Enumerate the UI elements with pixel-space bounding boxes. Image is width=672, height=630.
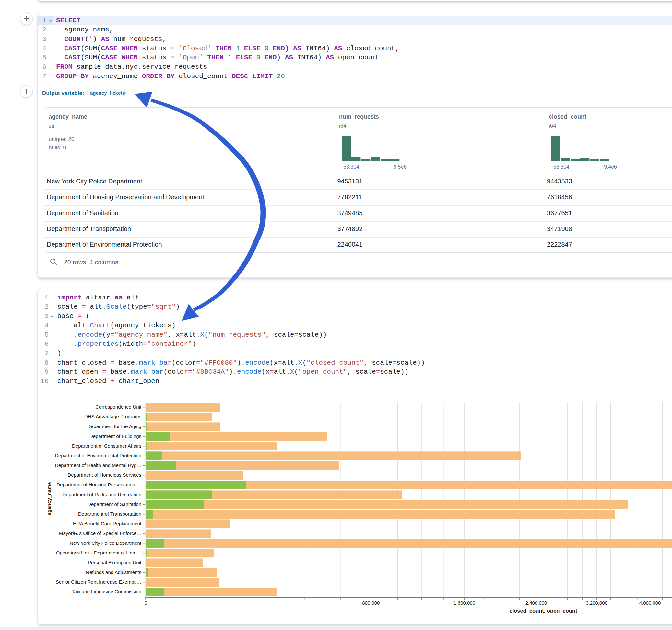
svg-text:2,400,000: 2,400,000 [526,600,547,606]
svg-text:HRA Benefit Card Replacement: HRA Benefit Card Replacement [73,521,142,526]
svg-text:1,600,000: 1,600,000 [454,600,475,606]
svg-text:DHS Advantage Programs: DHS Advantage Programs [84,414,141,419]
svg-text:Taxi and Limousine Commission: Taxi and Limousine Commission [72,589,141,595]
svg-text:Department of Homeless Service: Department of Homeless Services [67,472,141,478]
svg-text:Operations Unit - Department o: Operations Unit - Department of Hom… [56,550,141,555]
svg-text:3,200,000: 3,200,000 [586,600,607,606]
svg-text:Department of Environmental Pr: Department of Environmental Protection [55,453,141,458]
svg-text:Department of Health and Menta: Department of Health and Mental Hyg… [55,462,141,468]
svg-text:Department of Parks and Recrea: Department of Parks and Recreation [63,492,141,497]
svg-text:Personal Exemption Unit: Personal Exemption Unit [88,560,142,565]
svg-text:Department of Sanitation: Department of Sanitation [88,501,141,507]
svg-text:agency_name: agency_name [46,482,52,515]
svg-text:New York City Police Departmen: New York City Police Department [70,540,142,546]
svg-text:Department of Buildings: Department of Buildings [90,433,141,439]
svg-text:Senior Citizen Rent Increase E: Senior Citizen Rent Increase Exempti… [56,579,141,585]
svg-text:closed_count, open_count: closed_count, open_count [509,608,577,613]
svg-text:Department of Transportation: Department of Transportation [78,511,141,516]
svg-text:Refunds and Adjustments: Refunds and Adjustments [86,570,141,575]
svg-text:Department of Housing Preserva: Department of Housing Preservation … [56,482,141,487]
svg-text:800,000: 800,000 [362,600,380,606]
svg-text:0: 0 [145,600,147,606]
svg-text:Correspondence Unit: Correspondence Unit [95,404,142,410]
svg-text:Department of Consumer Affairs: Department of Consumer Affairs [72,443,141,449]
svg-text:Department for the Aging: Department for the Aging [87,423,141,429]
svg-text:Mayorâ€ s Office of Special En: Mayorâ€ s Office of Special Enforce… [59,531,141,536]
svg-text:4,000,000: 4,000,000 [639,600,661,606]
